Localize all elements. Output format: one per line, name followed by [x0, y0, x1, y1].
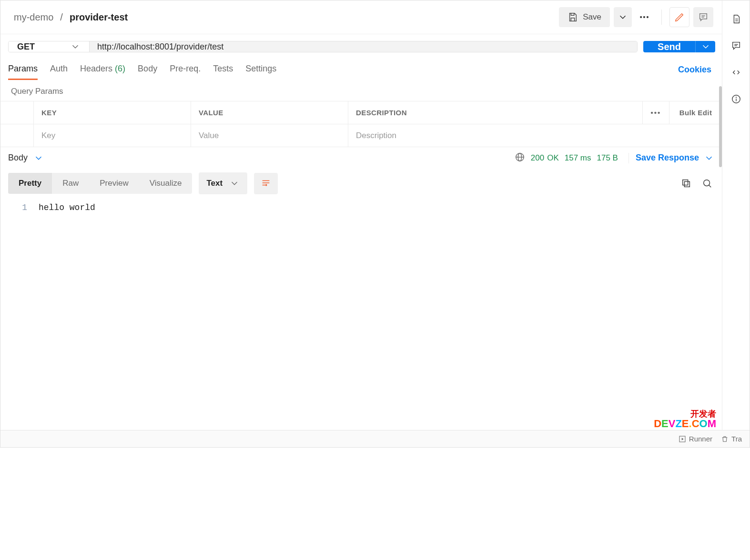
breadcrumb-sep: / [60, 12, 63, 23]
comment-icon [731, 40, 741, 51]
wrap-lines-button[interactable] [254, 173, 278, 194]
search-icon [702, 178, 712, 189]
bulk-edit-button[interactable]: Bulk Edit [669, 101, 722, 124]
params-header-desc: DESCRIPTION [348, 101, 643, 124]
more-options-button[interactable]: ••• [636, 7, 654, 27]
info-icon [731, 94, 741, 104]
chevron-down-icon [229, 178, 240, 189]
breadcrumb-workspace[interactable]: my-demo [14, 12, 53, 23]
view-tab-raw[interactable]: Raw [52, 173, 89, 194]
tab-headers[interactable]: Headers (6) [80, 59, 125, 79]
tab-headers-label: Headers [80, 64, 112, 73]
scrollbar[interactable] [719, 86, 722, 167]
chevron-down-icon [70, 41, 81, 52]
right-rail [722, 0, 750, 447]
status-code: 200 [531, 153, 544, 163]
wrap-icon [261, 178, 271, 188]
param-row-toggle[interactable] [0, 124, 34, 147]
tab-params[interactable]: Params [8, 59, 38, 80]
response-size[interactable]: 175 B [597, 153, 618, 163]
search-response-button[interactable] [700, 176, 714, 190]
svg-line-11 [709, 185, 711, 188]
divider [661, 10, 662, 25]
http-method-label: GET [17, 42, 35, 52]
svg-marker-13 [682, 438, 684, 440]
rail-code-button[interactable] [729, 65, 743, 80]
params-table: KEY VALUE DESCRIPTION ••• Bulk Edit [0, 101, 722, 147]
rail-docs-button[interactable] [729, 12, 743, 26]
chevron-down-icon [704, 153, 714, 163]
document-icon [731, 14, 741, 24]
http-method-select[interactable]: GET [9, 41, 90, 52]
rail-comments-button[interactable] [729, 39, 743, 53]
code-icon [731, 67, 741, 78]
response-body-label: Body [8, 153, 28, 163]
param-key-input[interactable] [41, 131, 183, 140]
chevron-down-icon [33, 153, 44, 163]
trash-button[interactable]: Tra [721, 435, 722, 443]
tab-body[interactable]: Body [138, 59, 157, 79]
comment-button[interactable] [693, 7, 713, 27]
view-tab-preview[interactable]: Preview [89, 173, 139, 194]
params-header-value: VALUE [191, 101, 348, 124]
url-input[interactable] [90, 41, 637, 52]
params-options-button[interactable]: ••• [643, 101, 669, 124]
param-value-input[interactable] [199, 131, 340, 140]
request-header: my-demo / provider-test Save ••• [0, 0, 722, 34]
svg-rect-9 [683, 180, 688, 185]
copy-response-button[interactable] [679, 176, 693, 190]
runner-label: Runner [689, 435, 712, 443]
watermark: DEVZE.COM [654, 418, 716, 430]
chevron-down-icon [700, 41, 711, 52]
trash-icon [721, 435, 722, 443]
breadcrumb: my-demo / provider-test [14, 12, 128, 23]
tab-settings[interactable]: Settings [245, 59, 276, 79]
globe-icon [515, 152, 525, 162]
breadcrumb-request[interactable]: provider-test [70, 12, 128, 23]
param-desc-input[interactable] [356, 131, 714, 140]
status-bar: Runner Tra [0, 430, 722, 447]
edit-button[interactable] [669, 7, 689, 27]
svg-rect-8 [684, 181, 689, 187]
line-content: hello world [39, 203, 722, 212]
svg-point-10 [704, 180, 710, 186]
content-type-label: Text [206, 179, 223, 188]
save-icon [568, 12, 578, 22]
cookies-link[interactable]: Cookies [678, 65, 714, 75]
send-dropdown[interactable] [695, 41, 715, 52]
play-icon [679, 435, 686, 443]
response-status[interactable]: 200 OK [531, 153, 559, 163]
content-type-select[interactable]: Text [199, 172, 247, 194]
comment-icon [698, 12, 709, 22]
response-time[interactable]: 157 ms [565, 153, 591, 163]
save-response-button[interactable]: Save Response [628, 153, 714, 163]
tab-headers-count: (6) [115, 64, 125, 73]
network-info-button[interactable] [515, 152, 525, 164]
line-number: 1 [0, 203, 39, 212]
pencil-icon [674, 12, 685, 22]
response-body-dropdown[interactable]: Body [8, 153, 44, 163]
tab-tests[interactable]: Tests [213, 59, 233, 79]
chevron-down-icon [618, 12, 628, 22]
save-dropdown[interactable] [614, 7, 632, 27]
view-tab-visualize[interactable]: Visualize [139, 173, 193, 194]
copy-icon [681, 178, 691, 189]
view-tab-pretty[interactable]: Pretty [8, 173, 52, 194]
save-button-label: Save [583, 12, 601, 22]
svg-point-20 [736, 97, 736, 98]
code-line: 1 hello world [0, 203, 722, 212]
save-button[interactable]: Save [559, 7, 610, 27]
response-body[interactable]: 1 hello world [0, 198, 722, 217]
send-button[interactable]: Send [643, 41, 695, 52]
section-title-query-params: Query Params [0, 80, 722, 101]
params-select-all[interactable] [0, 101, 34, 124]
save-response-label: Save Response [636, 153, 699, 163]
status-text: OK [547, 153, 559, 163]
runner-button[interactable]: Runner [679, 435, 712, 443]
tab-auth[interactable]: Auth [50, 59, 68, 79]
tab-prereq[interactable]: Pre-req. [170, 59, 201, 79]
params-header-key: KEY [34, 101, 191, 124]
rail-info-button[interactable] [729, 92, 743, 106]
